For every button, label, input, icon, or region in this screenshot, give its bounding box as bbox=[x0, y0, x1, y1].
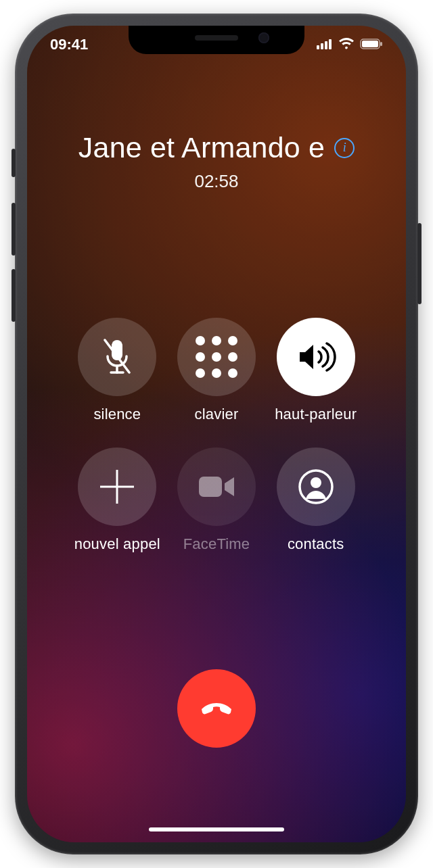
home-indicator[interactable] bbox=[149, 827, 284, 831]
plus-icon bbox=[100, 470, 134, 504]
svg-rect-2 bbox=[325, 41, 327, 49]
call-header: Jane et Armando e i 02:58 bbox=[27, 131, 406, 192]
call-duration: 02:58 bbox=[27, 171, 406, 192]
notch bbox=[129, 26, 304, 54]
contacts-label: contacts bbox=[288, 535, 344, 553]
speaker-icon bbox=[296, 341, 336, 373]
mute-button[interactable] bbox=[78, 318, 156, 396]
speaker-label: haut-parleur bbox=[275, 406, 357, 423]
video-icon bbox=[198, 474, 235, 500]
volume-down-button bbox=[12, 269, 16, 322]
svg-point-13 bbox=[311, 477, 321, 488]
front-camera bbox=[258, 32, 269, 43]
call-controls-grid: silence clavier bbox=[27, 318, 406, 553]
device-frame: 09:41 Jane et Armando e i 02:58 bbox=[15, 14, 418, 854]
battery-icon bbox=[360, 36, 383, 53]
contacts-button[interactable] bbox=[277, 448, 355, 526]
side-button bbox=[417, 223, 421, 304]
status-time: 09:41 bbox=[50, 36, 88, 53]
contacts-icon bbox=[298, 468, 334, 505]
facetime-button[interactable] bbox=[177, 448, 256, 526]
earpiece bbox=[195, 35, 238, 41]
svg-rect-6 bbox=[380, 42, 382, 46]
wifi-icon bbox=[338, 36, 355, 53]
speaker-button[interactable] bbox=[277, 318, 355, 396]
cellular-icon bbox=[317, 36, 333, 53]
svg-rect-5 bbox=[362, 41, 378, 47]
volume-up-button bbox=[12, 203, 16, 256]
end-call-button[interactable] bbox=[177, 669, 256, 748]
keypad-label: clavier bbox=[195, 406, 239, 423]
svg-rect-1 bbox=[321, 43, 323, 49]
hangup-icon bbox=[197, 689, 236, 728]
mute-label: silence bbox=[93, 406, 141, 423]
add-call-button[interactable] bbox=[78, 448, 156, 526]
facetime-label: FaceTime bbox=[183, 535, 250, 553]
svg-rect-11 bbox=[199, 477, 222, 497]
keypad-button[interactable] bbox=[177, 318, 256, 396]
svg-rect-3 bbox=[329, 39, 332, 49]
mute-icon bbox=[99, 337, 135, 377]
ringer-switch bbox=[12, 149, 16, 177]
add-call-label: nouvel appel bbox=[74, 535, 160, 553]
svg-rect-0 bbox=[317, 45, 319, 49]
caller-name: Jane et Armando e bbox=[78, 131, 325, 164]
info-button[interactable]: i bbox=[334, 138, 355, 158]
screen: 09:41 Jane et Armando e i 02:58 bbox=[27, 26, 406, 842]
keypad-icon bbox=[196, 336, 237, 378]
